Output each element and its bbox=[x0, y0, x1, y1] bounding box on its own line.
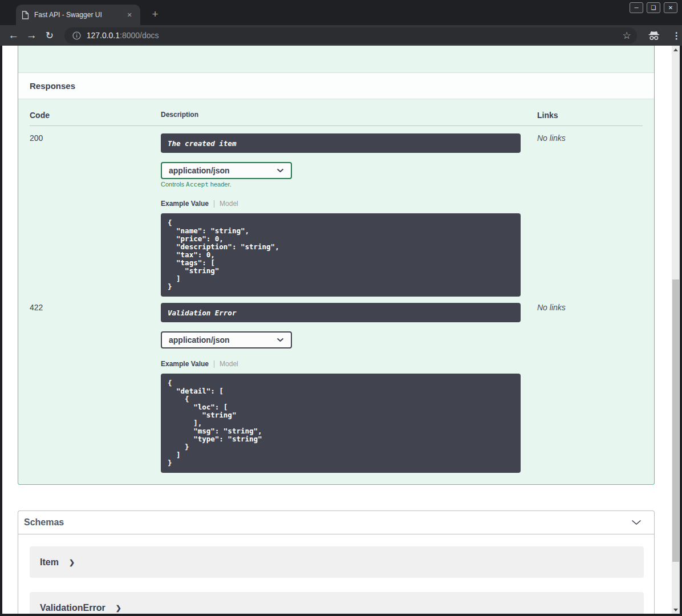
vertical-scrollbar[interactable] bbox=[672, 46, 680, 614]
column-header-description: Description bbox=[161, 111, 537, 120]
chevron-down-icon bbox=[277, 338, 284, 342]
browser-toolbar: ← → ↻ 127.0.0.1:8000/docs ☆ ⋮ bbox=[0, 25, 682, 46]
window-controls: ─ ❏ ✕ bbox=[630, 2, 677, 13]
url-path: :8000/docs bbox=[120, 31, 159, 40]
opblock-spacer bbox=[18, 46, 654, 72]
tab-close-icon[interactable]: ✕ bbox=[124, 10, 135, 20]
schemas-section: Schemas Item ❯ ValidationError ❯ bbox=[18, 510, 655, 614]
tab-divider bbox=[214, 200, 214, 208]
note-code: Accept bbox=[186, 181, 209, 188]
schemas-title: Schemas bbox=[24, 517, 64, 528]
column-header-code: Code bbox=[30, 111, 161, 120]
note-prefix: Controls bbox=[161, 181, 186, 188]
responses-table-header: Code Description Links bbox=[30, 111, 643, 126]
schema-item-row[interactable]: Item ❯ bbox=[30, 546, 644, 578]
schema-validationerror-row[interactable]: ValidationError ❯ bbox=[30, 592, 644, 614]
chevron-down-icon[interactable] bbox=[631, 520, 642, 525]
minimize-button[interactable]: ─ bbox=[630, 2, 643, 13]
tab-model[interactable]: Model bbox=[220, 360, 238, 368]
response-code: 200 bbox=[30, 133, 161, 143]
scroll-up-arrow-icon[interactable] bbox=[672, 46, 680, 54]
scrollbar-thumb[interactable] bbox=[672, 279, 679, 562]
incognito-icon bbox=[647, 30, 661, 40]
response-description-column: The created item application/json Contro… bbox=[161, 133, 537, 297]
back-button[interactable]: ← bbox=[5, 29, 23, 42]
operation-block: Responses Code Description Links 200 The… bbox=[18, 46, 655, 485]
note-suffix: header. bbox=[209, 181, 232, 188]
close-window-button[interactable]: ✕ bbox=[664, 2, 677, 13]
schema-name: ValidationError bbox=[40, 603, 105, 613]
column-header-links: Links bbox=[537, 111, 643, 120]
chevron-down-icon bbox=[277, 168, 284, 173]
browser-tab[interactable]: Fast API - Swagger UI ✕ bbox=[16, 5, 140, 25]
response-description-box: Validation Error bbox=[161, 303, 521, 322]
url-text[interactable]: 127.0.0.1:8000/docs bbox=[87, 31, 618, 40]
response-links: No links bbox=[537, 133, 643, 143]
response-description-text: The created item bbox=[168, 139, 236, 148]
tab-model[interactable]: Model bbox=[220, 200, 238, 208]
responses-title: Responses bbox=[30, 81, 75, 91]
response-description-box: The created item bbox=[161, 133, 521, 153]
response-row-422: 422 Validation Error application/json bbox=[30, 297, 643, 473]
example-json-code: { "name": "string", "price": 0, "descrip… bbox=[168, 219, 514, 291]
response-row-200: 200 The created item application/json Co… bbox=[30, 126, 643, 297]
example-json-code: { "detail": [ { "loc": [ "string" ], "ms… bbox=[168, 379, 514, 467]
tab-example-value[interactable]: Example Value bbox=[161, 360, 209, 368]
bookmark-star-icon[interactable]: ☆ bbox=[622, 30, 631, 42]
schemas-body: Item ❯ ValidationError ❯ bbox=[18, 534, 654, 614]
tab-title: Fast API - Swagger UI bbox=[34, 11, 124, 19]
schema-name: Item bbox=[40, 557, 59, 568]
tab-strip: Fast API - Swagger UI ✕ + ─ ❏ ✕ bbox=[0, 0, 682, 25]
media-type-select[interactable]: application/json bbox=[161, 331, 292, 348]
schemas-header[interactable]: Schemas bbox=[18, 511, 654, 534]
media-type-value: application/json bbox=[169, 166, 277, 175]
responses-section-header: Responses bbox=[18, 72, 654, 99]
page-content: Responses Code Description Links 200 The… bbox=[2, 46, 680, 614]
site-info-icon[interactable] bbox=[72, 31, 81, 40]
chevron-right-icon[interactable]: ❯ bbox=[116, 604, 121, 612]
scroll-down-arrow-icon[interactable] bbox=[672, 606, 680, 614]
url-host: 127.0.0.1 bbox=[87, 31, 120, 40]
reload-button[interactable]: ↻ bbox=[40, 30, 59, 42]
address-bar[interactable]: 127.0.0.1:8000/docs ☆ bbox=[64, 27, 637, 44]
tab-example-value[interactable]: Example Value bbox=[161, 200, 209, 208]
media-type-value: application/json bbox=[169, 335, 277, 345]
tab-divider bbox=[214, 360, 214, 368]
chevron-right-icon[interactable]: ❯ bbox=[69, 558, 75, 566]
page-favicon-icon bbox=[22, 11, 29, 19]
response-description-text: Validation Error bbox=[168, 309, 236, 317]
forward-button[interactable]: → bbox=[23, 29, 41, 42]
new-tab-button[interactable]: + bbox=[148, 8, 162, 22]
example-json-block: { "detail": [ { "loc": [ "string" ], "ms… bbox=[161, 374, 521, 473]
browser-menu-icon[interactable]: ⋮ bbox=[671, 30, 682, 41]
browser-window: Fast API - Swagger UI ✕ + ─ ❏ ✕ ← → ↻ 12… bbox=[0, 0, 682, 616]
media-type-select[interactable]: application/json bbox=[161, 162, 292, 179]
example-model-tabs: Example Value Model bbox=[161, 200, 537, 208]
response-code: 422 bbox=[30, 303, 161, 312]
responses-table: Code Description Links 200 The created i… bbox=[18, 99, 654, 484]
response-links: No links bbox=[537, 303, 643, 312]
response-description-column: Validation Error application/json Exampl… bbox=[161, 303, 537, 473]
maximize-button[interactable]: ❏ bbox=[647, 2, 660, 13]
controls-accept-note: Controls Accept header. bbox=[161, 181, 537, 188]
example-json-block: { "name": "string", "price": 0, "descrip… bbox=[161, 213, 521, 297]
example-model-tabs: Example Value Model bbox=[161, 360, 537, 368]
